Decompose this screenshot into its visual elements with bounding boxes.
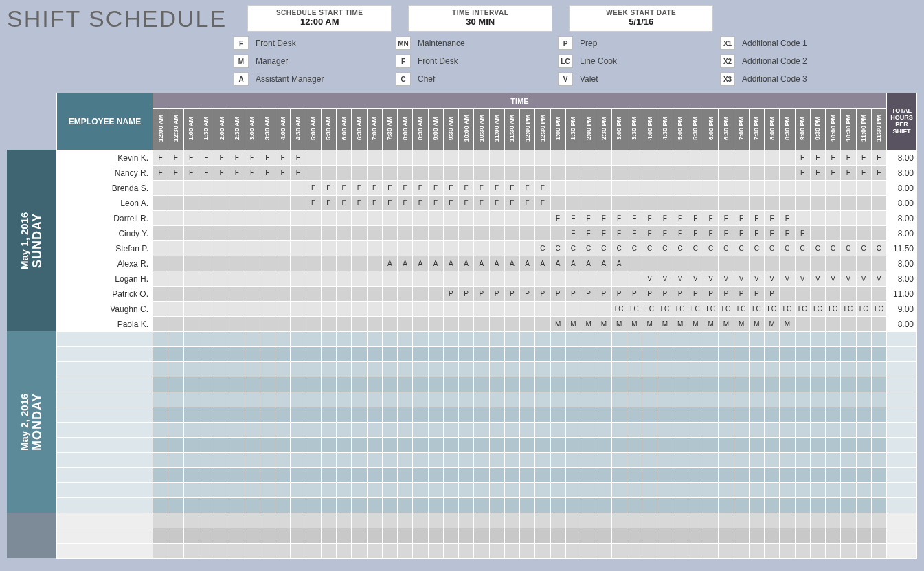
shift-cell[interactable] xyxy=(382,544,397,559)
shift-cell[interactable] xyxy=(428,423,443,438)
shift-cell[interactable] xyxy=(596,362,611,377)
shift-cell[interactable] xyxy=(780,544,795,559)
shift-cell[interactable] xyxy=(321,423,336,438)
shift-cell[interactable] xyxy=(856,483,871,498)
shift-cell[interactable] xyxy=(688,544,703,559)
shift-cell[interactable] xyxy=(581,196,596,211)
shift-cell[interactable]: C xyxy=(535,241,550,256)
shift-cell[interactable] xyxy=(520,453,535,468)
shift-cell[interactable] xyxy=(581,453,596,468)
shift-cell[interactable] xyxy=(826,544,841,559)
shift-cell[interactable] xyxy=(504,317,519,332)
shift-cell[interactable] xyxy=(719,181,734,196)
shift-cell[interactable] xyxy=(474,226,489,241)
shift-cell[interactable] xyxy=(352,438,367,453)
shift-cell[interactable] xyxy=(367,347,382,362)
shift-cell[interactable] xyxy=(459,544,474,559)
shift-cell[interactable] xyxy=(596,513,611,528)
shift-cell[interactable] xyxy=(382,377,397,392)
shift-cell[interactable]: C xyxy=(688,241,703,256)
shift-cell[interactable]: C xyxy=(565,241,581,256)
shift-cell[interactable] xyxy=(291,483,306,498)
shift-cell[interactable] xyxy=(443,468,458,483)
shift-cell[interactable] xyxy=(459,498,474,513)
shift-cell[interactable] xyxy=(642,196,657,211)
shift-cell[interactable]: P xyxy=(642,287,657,302)
shift-cell[interactable] xyxy=(871,226,886,241)
shift-cell[interactable] xyxy=(229,256,245,271)
shift-cell[interactable] xyxy=(382,392,397,407)
shift-cell[interactable] xyxy=(398,211,413,226)
shift-cell[interactable] xyxy=(734,483,749,498)
shift-cell[interactable] xyxy=(153,453,168,468)
shift-cell[interactable] xyxy=(673,468,688,483)
shift-cell[interactable] xyxy=(306,317,321,332)
shift-cell[interactable] xyxy=(382,332,397,347)
shift-cell[interactable] xyxy=(337,150,352,166)
shift-cell[interactable] xyxy=(550,332,565,347)
shift-cell[interactable] xyxy=(719,498,734,513)
shift-cell[interactable] xyxy=(382,468,397,483)
shift-cell[interactable] xyxy=(520,392,535,407)
employee-name-cell[interactable]: Stefan P. xyxy=(57,241,153,256)
shift-cell[interactable] xyxy=(291,332,306,347)
shift-cell[interactable] xyxy=(183,528,199,544)
shift-cell[interactable] xyxy=(183,438,199,453)
shift-cell[interactable] xyxy=(673,362,688,377)
shift-cell[interactable] xyxy=(260,498,275,513)
shift-cell[interactable]: F xyxy=(245,166,260,181)
shift-cell[interactable] xyxy=(749,196,764,211)
shift-cell[interactable]: F xyxy=(183,166,199,181)
shift-cell[interactable] xyxy=(765,392,780,407)
shift-cell[interactable]: C xyxy=(703,241,719,256)
shift-cell[interactable]: LC xyxy=(719,302,734,317)
shift-cell[interactable] xyxy=(611,196,627,211)
shift-cell[interactable] xyxy=(780,377,795,392)
shift-cell[interactable] xyxy=(459,302,474,317)
shift-cell[interactable]: V xyxy=(826,271,841,287)
shift-cell[interactable] xyxy=(275,196,291,211)
shift-cell[interactable] xyxy=(565,544,581,559)
shift-cell[interactable] xyxy=(229,498,245,513)
shift-cell[interactable] xyxy=(214,498,229,513)
shift-cell[interactable]: C xyxy=(657,241,673,256)
shift-cell[interactable]: F xyxy=(214,166,229,181)
shift-cell[interactable] xyxy=(535,513,550,528)
shift-cell[interactable] xyxy=(657,392,673,407)
shift-cell[interactable] xyxy=(734,453,749,468)
shift-cell[interactable] xyxy=(719,423,734,438)
shift-cell[interactable] xyxy=(504,513,519,528)
shift-cell[interactable] xyxy=(581,271,596,287)
shift-cell[interactable]: F xyxy=(229,150,245,166)
shift-cell[interactable] xyxy=(795,544,810,559)
shift-cell[interactable] xyxy=(214,317,229,332)
shift-cell[interactable] xyxy=(826,407,841,423)
shift-cell[interactable]: V xyxy=(871,271,886,287)
shift-cell[interactable] xyxy=(291,377,306,392)
shift-cell[interactable] xyxy=(749,453,764,468)
shift-cell[interactable] xyxy=(657,166,673,181)
shift-cell[interactable] xyxy=(168,377,183,392)
shift-cell[interactable] xyxy=(657,407,673,423)
shift-cell[interactable] xyxy=(550,513,565,528)
shift-cell[interactable] xyxy=(688,468,703,483)
employee-name-cell[interactable] xyxy=(57,332,153,347)
shift-cell[interactable] xyxy=(428,544,443,559)
shift-cell[interactable] xyxy=(504,438,519,453)
shift-cell[interactable] xyxy=(229,181,245,196)
shift-cell[interactable] xyxy=(352,287,367,302)
shift-cell[interactable] xyxy=(413,407,428,423)
shift-cell[interactable] xyxy=(199,468,214,483)
shift-cell[interactable] xyxy=(398,392,413,407)
shift-cell[interactable] xyxy=(168,392,183,407)
shift-cell[interactable] xyxy=(734,513,749,528)
shift-cell[interactable] xyxy=(841,438,856,453)
shift-cell[interactable]: F xyxy=(703,226,719,241)
shift-cell[interactable] xyxy=(489,241,504,256)
shift-cell[interactable] xyxy=(504,528,519,544)
employee-name-cell[interactable]: Brenda S. xyxy=(57,181,153,196)
shift-cell[interactable] xyxy=(581,377,596,392)
shift-cell[interactable] xyxy=(673,181,688,196)
shift-cell[interactable] xyxy=(275,256,291,271)
shift-cell[interactable] xyxy=(535,392,550,407)
